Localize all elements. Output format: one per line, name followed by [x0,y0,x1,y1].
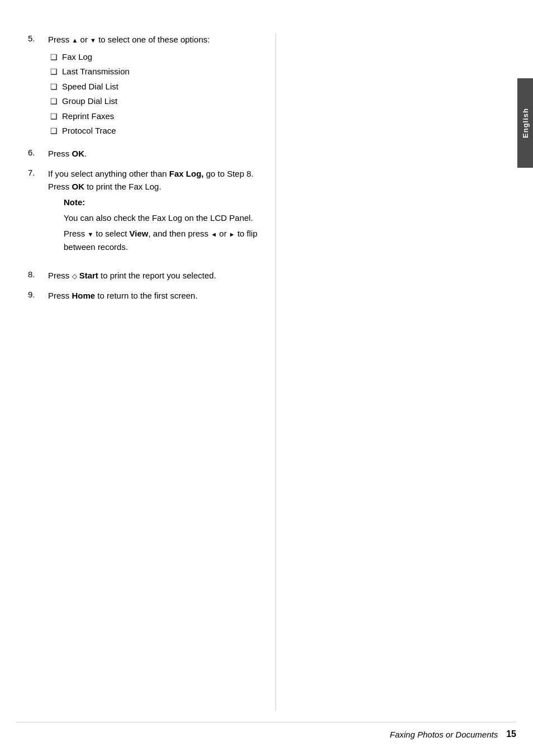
step-7-content: If you select anything other than Fax Lo… [48,168,263,262]
option-protocol-trace-label: Protocol Trace [62,125,116,138]
step-8-content: Press Start to print the report you sele… [48,270,263,282]
footer-page: 15 [506,729,516,739]
step-8-number: 8. [28,270,44,282]
note-tri-left-icon [211,229,217,238]
step-7-faxlog: Fax Log, [169,169,204,178]
checkbox-icon-1: ❑ [50,51,58,63]
option-last-transmission: ❑ Last Transmission [50,65,263,78]
triangle-down-icon [90,35,96,44]
step-7-number: 7. [28,168,44,262]
step-8-text: Press Start to print the report you sele… [48,271,216,280]
note-tri-down-icon [88,229,94,238]
bottom-line [17,722,516,722]
option-group-dial-label: Group Dial List [62,95,117,108]
option-reprint-faxes: ❑ Reprint Faxes [50,110,263,123]
option-last-transmission-label: Last Transmission [62,65,130,78]
step-6-content: Press OK. [48,148,263,160]
step-7-text: If you select anything other than Fax Lo… [48,169,254,191]
footer-text: Faxing Photos or Documents [390,730,498,739]
step-9-home: Home [72,291,96,300]
step-5-number: 5. [28,34,44,140]
side-tab-label: English [521,108,530,138]
vertical-divider [275,34,276,710]
checkbox-icon-5: ❑ [50,111,58,122]
step-6-text: Press OK. [48,149,87,158]
step-8-start: Start [77,271,98,280]
option-fax-log: ❑ Fax Log [50,51,263,64]
option-group-dial: ❑ Group Dial List [50,95,263,108]
note-tri-right-icon [229,229,235,238]
page-container: English 5. Press or to select one of the… [0,0,533,756]
step-5-text: Press or to select one of these options: [48,35,210,44]
step-9-content: Press Home to return to the first screen… [48,290,263,303]
option-reprint-faxes-label: Reprint Faxes [62,110,114,123]
step-5-content: Press or to select one of these options:… [48,34,263,140]
checkbox-icon-6: ❑ [50,125,58,137]
side-tab: English [517,78,533,168]
note-line-1: You can also check the Fax Log on the LC… [64,211,263,225]
step-8: 8. Press Start to print the report you s… [28,270,263,282]
triangle-up-icon [72,35,78,44]
note-content: You can also check the Fax Log on the LC… [64,211,263,254]
step-6-number: 6. [28,148,44,160]
diamond-icon [72,271,77,280]
note-box: Note: You can also check the Fax Log on … [64,196,263,254]
option-fax-log-label: Fax Log [62,51,92,64]
step-7-ok: OK [72,182,85,191]
content-area: 5. Press or to select one of these optio… [28,34,268,310]
footer: Faxing Photos or Documents 15 [17,729,516,739]
options-list: ❑ Fax Log ❑ Last Transmission ❑ Speed Di… [50,51,263,138]
option-protocol-trace: ❑ Protocol Trace [50,125,263,138]
step-9-text: Press Home to return to the first screen… [48,291,198,300]
step-6: 6. Press OK. [28,148,263,160]
note-title: Note: [64,196,263,209]
step-9: 9. Press Home to return to the first scr… [28,290,263,303]
checkbox-icon-4: ❑ [50,96,58,107]
checkbox-icon-2: ❑ [50,66,58,78]
step-9-number: 9. [28,290,44,303]
step-5: 5. Press or to select one of these optio… [28,34,263,140]
step-7: 7. If you select anything other than Fax… [28,168,263,262]
note-view-bold: View [130,229,149,238]
note-line-2: Press to select View, and then press or … [64,227,263,254]
step-6-ok: OK [72,149,85,158]
checkbox-icon-3: ❑ [50,81,58,93]
option-speed-dial-label: Speed Dial List [62,81,118,93]
option-speed-dial: ❑ Speed Dial List [50,81,263,93]
